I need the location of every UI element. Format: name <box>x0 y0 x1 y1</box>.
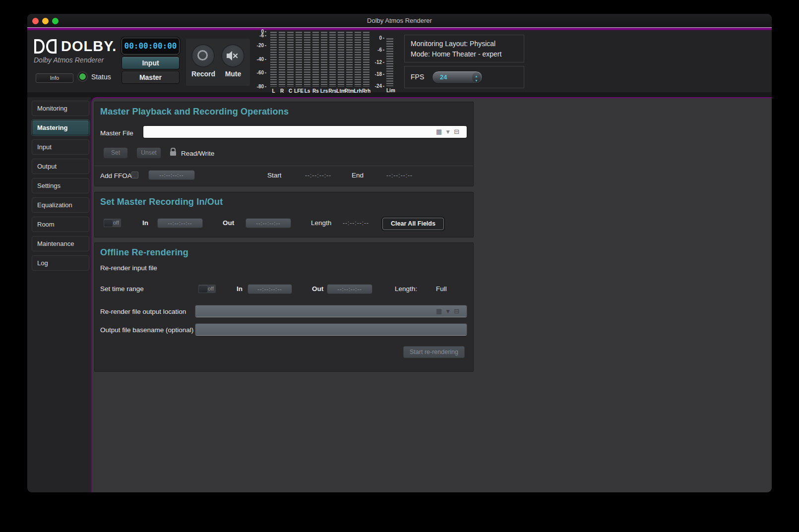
monitoring-layout-text: Monitoring Layout: Physical <box>411 39 518 49</box>
stepper-down-icon[interactable]: ▼ <box>472 78 481 83</box>
dropdown-icon[interactable]: ▼ <box>445 308 451 314</box>
meter-scale-label: -12 <box>371 59 384 65</box>
meter-bar <box>329 32 336 87</box>
meter-scale-label: -6 <box>249 33 266 38</box>
dropdown-icon[interactable]: ▼ <box>445 129 451 135</box>
minimize-button[interactable] <box>42 18 49 24</box>
file-browse-icon[interactable]: ▦ <box>436 128 442 135</box>
brand-subtitle: Dolby Atmos Renderer <box>34 56 117 64</box>
sidebar-item-maintenance[interactable]: Maintenance <box>32 236 89 251</box>
clear-all-fields-button[interactable]: Clear All Fields <box>382 218 444 230</box>
sidebar-item-room[interactable]: Room <box>32 217 89 232</box>
output-location-field-icons: ▦ ▼ ⊟ <box>436 308 459 314</box>
channel-meter: L <box>270 32 277 94</box>
mastering-page: Master Playback and Recording Operations… <box>91 97 772 492</box>
stepper-up-icon[interactable]: ▲ <box>472 74 481 78</box>
meter-scale-label: -6 <box>371 47 384 53</box>
lim-meter-scale: 0-6-12-18-24 <box>371 38 384 86</box>
section-title: Set Master Recording In/Out <box>100 197 223 207</box>
sidebar-item-settings[interactable]: Settings <box>32 178 89 193</box>
maximize-button[interactable] <box>52 18 59 24</box>
record-button[interactable] <box>192 45 214 66</box>
collapse-icon[interactable]: ⊟ <box>454 128 459 135</box>
master-file-label: Master File <box>100 129 133 137</box>
meter-bar <box>355 32 361 87</box>
channel-meter: LFE <box>296 32 302 94</box>
fps-label: FPS <box>411 73 424 81</box>
fps-value: 24 <box>440 73 447 81</box>
rerender-out-field[interactable]: --:--:--:-- <box>327 284 372 294</box>
sidebar-item-mastering[interactable]: Mastering <box>32 120 89 135</box>
mute-button[interactable] <box>222 45 244 66</box>
channel-meter: R <box>279 32 285 94</box>
window-title: Dolby Atmos Renderer <box>27 14 772 27</box>
unset-button[interactable]: Unset <box>136 147 161 159</box>
master-file-input[interactable] <box>143 126 467 138</box>
app-window: Dolby Atmos Renderer DOLBY. Dolby Atmos … <box>27 14 772 492</box>
meter-bar <box>338 32 344 87</box>
meter-scale-label: -80 <box>249 84 266 89</box>
toggle-off-label: off <box>208 286 214 292</box>
meter-bar <box>304 32 310 87</box>
channel-meter: Ls <box>304 32 310 94</box>
dolby-double-d-icon <box>34 39 57 54</box>
collapse-icon[interactable]: ⊟ <box>454 308 459 314</box>
close-button[interactable] <box>32 18 39 24</box>
basename-input[interactable] <box>195 324 467 335</box>
app-body: Monitoring Mastering Input Output Settin… <box>27 92 772 492</box>
rerender-in-field[interactable]: --:--:--:-- <box>247 284 292 294</box>
sidebar-item-equalization[interactable]: Equalization <box>32 197 89 213</box>
main-meter-scale: 0-6-20-40-60-80 <box>249 32 266 87</box>
end-label: End <box>352 172 364 179</box>
readwrite-label: Read/Write <box>181 150 214 157</box>
fps-select[interactable]: 24 ▲ ▼ <box>432 71 483 84</box>
start-rerendering-button[interactable]: Start re-rendering <box>403 346 465 358</box>
set-button[interactable]: Set <box>103 147 128 159</box>
meter-bar <box>321 32 327 87</box>
record-label: Record <box>188 70 218 78</box>
sidebar-item-monitoring[interactable]: Monitoring <box>32 101 89 116</box>
meter-scale-label: -18 <box>371 71 384 77</box>
output-location-input[interactable] <box>195 305 467 317</box>
start-value: --:--:--:-- <box>305 172 331 179</box>
sidebar-item-output[interactable]: Output <box>32 159 89 174</box>
sidebar-item-input[interactable]: Input <box>32 139 89 155</box>
titlebar: Dolby Atmos Renderer <box>27 14 772 28</box>
out-label: Out <box>223 219 234 227</box>
timecode-display: 00:00:00:00 <box>122 38 180 55</box>
info-button[interactable]: Info <box>36 73 73 83</box>
section-title: Master Playback and Recording Operations <box>100 107 289 117</box>
channel-meter: Rtm <box>346 32 353 94</box>
meter-scale-label: 0 <box>371 35 384 41</box>
start-label: Start <box>267 172 282 179</box>
mute-label: Mute <box>218 70 248 78</box>
master-source-button[interactable]: Master <box>122 71 180 84</box>
limiter-meter: Lim <box>386 38 393 93</box>
recording-inout-section: Set Master Recording In/Out off In --:--… <box>94 192 474 237</box>
offline-rerendering-section: Offline Re-rendering Re-render input fil… <box>94 242 474 372</box>
toggle-knob <box>199 285 207 293</box>
meter-bar <box>346 32 353 87</box>
sidebar-item-log[interactable]: Log <box>32 255 89 271</box>
brand-name: DOLBY. <box>61 38 117 55</box>
time-range-toggle[interactable]: off <box>198 284 216 294</box>
channel-meter: Lrh <box>355 32 361 94</box>
rerender-input-file-label: Re-render input file <box>100 264 157 272</box>
input-source-button[interactable]: Input <box>122 57 180 69</box>
fps-stepper-icon[interactable]: ▲ ▼ <box>472 72 481 82</box>
ffoa-timecode-field[interactable]: --:--:--:-- <box>148 170 195 180</box>
record-in-field[interactable]: --:--:--:-- <box>157 218 203 228</box>
file-browse-icon[interactable]: ▦ <box>436 308 442 314</box>
end-value: --:--:--:-- <box>386 172 413 179</box>
length-label: Length: <box>395 285 417 293</box>
channel-meter: Lrs <box>321 32 327 94</box>
add-ffoa-checkbox[interactable] <box>131 172 138 178</box>
recording-inout-toggle[interactable]: off <box>103 218 122 228</box>
monitoring-info-box: Monitoring Layout: Physical Mode: Home T… <box>404 35 524 62</box>
channel-meter: Ltm <box>338 32 344 94</box>
record-circle-icon <box>197 50 208 60</box>
fps-box: FPS 24 ▲ ▼ <box>404 66 524 88</box>
record-out-field[interactable]: --:--:--:-- <box>246 218 291 228</box>
limiter-meter-bar <box>386 38 393 86</box>
channel-meter: Rrs <box>329 32 336 94</box>
